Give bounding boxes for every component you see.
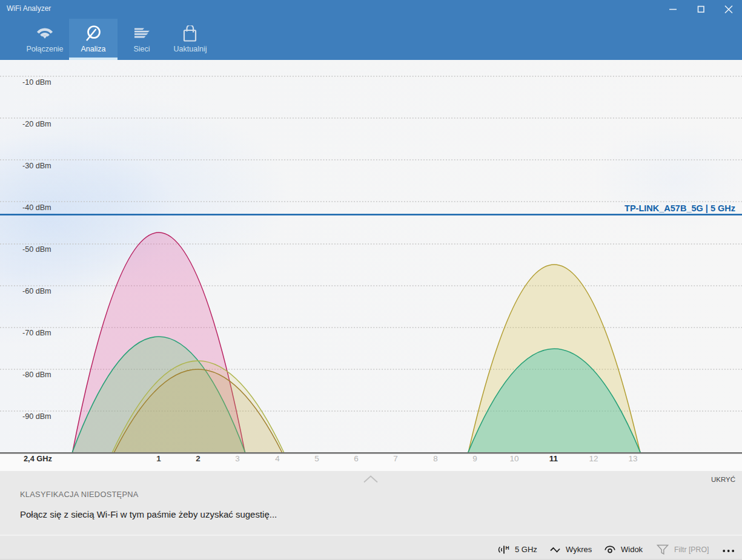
svg-text:4: 4 [275,454,280,463]
svg-text:-30 dBm: -30 dBm [22,162,51,170]
svg-text:5: 5 [314,454,319,463]
svg-text:TP-LINK_A57B_5G | 5 GHz: TP-LINK_A57B_5G | 5 GHz [624,203,735,213]
svg-text:-10 dBm: -10 dBm [22,78,51,87]
svg-text:-20 dBm: -20 dBm [22,120,51,128]
svg-text:13: 13 [628,454,637,463]
svg-text:-70 dBm: -70 dBm [22,329,51,337]
svg-text:-50 dBm: -50 dBm [22,245,51,254]
svg-text:10: 10 [509,454,518,463]
svg-text:8: 8 [433,454,438,463]
svg-text:6: 6 [354,454,359,463]
svg-text:-90 dBm: -90 dBm [22,412,51,421]
svg-text:2,4 GHz: 2,4 GHz [24,454,52,463]
svg-text:-60 dBm: -60 dBm [22,287,51,295]
svg-text:9: 9 [472,454,477,463]
svg-text:-80 dBm: -80 dBm [22,371,51,379]
svg-text:12: 12 [589,454,598,463]
svg-text:2: 2 [196,454,200,463]
svg-text:1: 1 [156,454,161,463]
svg-text:H: H [506,544,509,550]
svg-text:3: 3 [235,454,240,463]
svg-text:-40 dBm: -40 dBm [22,203,51,212]
svg-text:7: 7 [393,454,398,463]
svg-text:11: 11 [549,454,558,463]
